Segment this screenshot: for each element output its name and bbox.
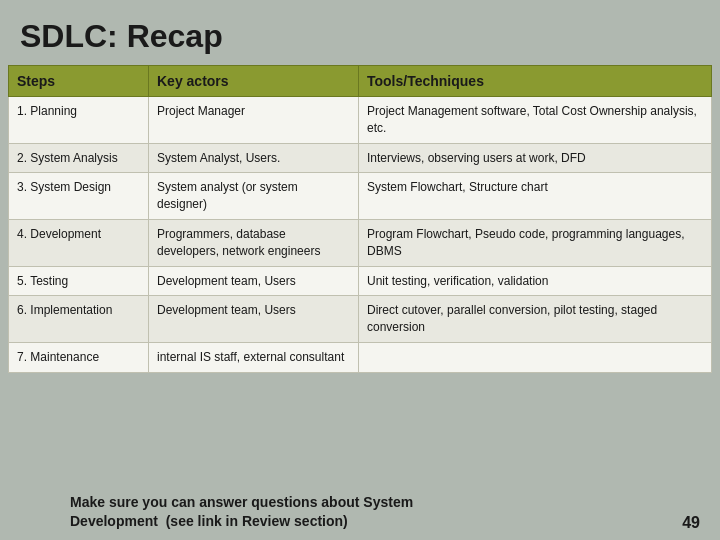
col-header-tools: Tools/Techniques [359,66,712,97]
tools-cell: Unit testing, verification, validation [359,266,712,296]
title-area: SDLC: Recap [0,0,720,65]
table-header-row: Steps Key actors Tools/Techniques [9,66,712,97]
table-row: 4. DevelopmentProgrammers, database deve… [9,219,712,266]
step-cell: 7. Maintenance [9,342,149,372]
actors-cell: Development team, Users [149,266,359,296]
step-cell: 3. System Design [9,173,149,220]
tools-cell: Program Flowchart, Pseudo code, programm… [359,219,712,266]
actors-cell: System Analyst, Users. [149,143,359,173]
col-header-steps: Steps [9,66,149,97]
page-title: SDLC: Recap [20,18,700,55]
step-cell: 2. System Analysis [9,143,149,173]
actors-cell: Programmers, database developers, networ… [149,219,359,266]
step-cell: 5. Testing [9,266,149,296]
step-cell: 6. Implementation [9,296,149,343]
table-row: 5. TestingDevelopment team, UsersUnit te… [9,266,712,296]
tools-cell: Direct cutover, parallel conversion, pil… [359,296,712,343]
step-cell: 1. Planning [9,97,149,144]
table-row: 1. PlanningProject ManagerProject Manage… [9,97,712,144]
col-header-actors: Key actors [149,66,359,97]
table-row: 7. Maintenanceinternal IS staff, externa… [9,342,712,372]
actors-cell: Project Manager [149,97,359,144]
page-container: SDLC: Recap Steps Key actors Tools/Techn… [0,0,720,540]
page-number: 49 [682,514,700,532]
tools-cell [359,342,712,372]
table-row: 3. System DesignSystem analyst (or syste… [9,173,712,220]
table-row: 2. System AnalysisSystem Analyst, Users.… [9,143,712,173]
sdlc-table: Steps Key actors Tools/Techniques 1. Pla… [8,65,712,373]
tools-cell: System Flowchart, Structure chart [359,173,712,220]
actors-cell: internal IS staff, external consultant [149,342,359,372]
actors-cell: Development team, Users [149,296,359,343]
table-wrapper: Steps Key actors Tools/Techniques 1. Pla… [0,65,720,485]
footer-text: Make sure you can answer questions about… [70,493,413,532]
actors-cell: System analyst (or system designer) [149,173,359,220]
step-cell: 4. Development [9,219,149,266]
footer-area: Make sure you can answer questions about… [0,485,720,540]
tools-cell: Interviews, observing users at work, DFD [359,143,712,173]
table-row: 6. ImplementationDevelopment team, Users… [9,296,712,343]
tools-cell: Project Management software, Total Cost … [359,97,712,144]
